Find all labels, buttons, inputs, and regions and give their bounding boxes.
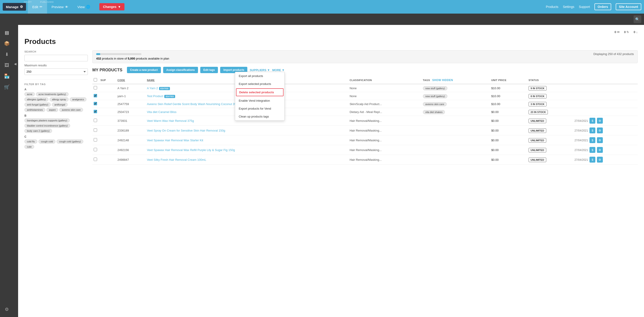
changes-label: Changes [103,5,116,9]
notif-sync: 0 ↻ [624,30,629,34]
product-name-link[interactable]: Aveeno Skin Relief Gentle Scent Body Was… [147,102,242,106]
col-tags: TAGS show hidden [422,76,490,84]
tag-chip[interactable]: cough cold (gallery) [56,139,83,144]
tag-pill: aveeno skin care [423,102,447,106]
sidebar-image-icon[interactable]: 🖼 [2,60,12,70]
product-name-link[interactable]: Veet Spawax Hair Removal Wax Refill Purp… [147,148,235,152]
product-code: 2547759 [116,100,146,108]
product-sup [99,108,116,116]
dropdown-item[interactable]: Delete selected products [236,88,284,96]
settings-action-button[interactable]: ⚙ [597,157,603,163]
tag-chip[interactable]: allergy spray [50,97,68,101]
row-checkbox[interactable] [94,158,97,161]
create-product-button[interactable]: Create a new product [127,67,161,73]
dropdown-item[interactable]: Enable Vend integration [235,97,284,105]
collapse-button[interactable]: ◀ [14,61,17,67]
price-action-button[interactable]: $ [590,137,595,143]
max-results-select[interactable]: 250 100 500 [24,68,88,75]
product-classification: None [348,92,422,100]
dropdown-item[interactable]: Clean up products tags [235,113,284,120]
sidebar-collapse[interactable]: ◀ [14,25,18,317]
sidebar-store-icon[interactable]: 🏪 [2,71,12,81]
row-checkbox[interactable] [94,148,97,151]
sidebar-layout-icon[interactable]: ▤ [2,28,12,38]
search-icon: 🔍 [635,17,640,22]
stock-badge: UNLIMITED [528,119,546,123]
products-link[interactable]: Products [546,5,558,9]
row-checkbox[interactable] [94,128,97,132]
tag-chip[interactable]: anti-fungal (gallery) [24,103,51,107]
settings-action-button[interactable]: ⚙ [597,118,603,124]
row-checkbox[interactable] [94,119,97,122]
product-name-link[interactable]: Veet Spawax Hair Removal Wax Starter Kit [147,139,203,142]
tag-chip[interactable]: antihistamines [24,108,45,112]
dropdown-item[interactable]: Export all products [235,72,284,80]
edit-tags-button[interactable]: Edit tags [200,67,218,73]
product-actions-cell: 27/04/2021 $ ⚙ [573,135,638,145]
product-name-link[interactable]: Veet Silky Fresh Hair Removal Cream 100m… [147,158,206,161]
product-sup [99,145,116,155]
assign-classifications-button[interactable]: Assign classifications [163,67,198,73]
tag-chip[interactable]: analgesics [70,97,86,101]
orders-button[interactable]: Orders [594,4,611,10]
row-checkbox[interactable] [94,94,97,97]
settings-action-button[interactable]: ⚙ [597,137,603,143]
sidebar-download-icon[interactable]: ⬇ [2,49,12,59]
sidebar-package-icon[interactable]: 📦 [2,39,12,49]
settings-action-button[interactable]: ⚙ [597,147,603,153]
show-hidden-link[interactable]: show hidden [432,79,453,82]
sidebar-cart-icon[interactable]: 🛒 [2,82,12,92]
tag-chip[interactable]: allergies (gallery) [24,97,48,101]
search-input[interactable] [24,55,88,61]
suppliers-button[interactable]: SUPPLIERS ▼ [250,68,270,72]
sidebar-settings-icon[interactable]: ⚙ [2,304,12,314]
tag-chip[interactable]: acne treatments (gallery) [36,92,68,96]
support-link[interactable]: Support [579,5,590,9]
product-name-link[interactable]: Test Product [147,94,163,98]
tag-chip[interactable]: cold flu [24,139,37,144]
table-row: yarn-1 Test ProductEDITED None new stuff… [92,92,638,100]
tag-chip[interactable]: aspen [46,108,58,112]
more-button-container: MORE ▼ Export all productsExport selecte… [272,68,285,72]
col-code[interactable]: CODE [116,76,146,84]
view-tab[interactable]: View 🌐 [73,0,95,14]
site-account-button[interactable]: Site Account [616,4,641,10]
price-action-button[interactable]: $ [590,157,595,163]
row-checkbox[interactable] [94,110,97,113]
tag-chip[interactable]: aveeno skin care [59,108,83,112]
search-icon-button[interactable]: 🔍 [634,16,641,23]
preview-tab[interactable]: Preview 👁 [47,0,73,14]
more-button[interactable]: MORE ▼ [272,68,285,72]
row-checkbox[interactable] [94,86,97,89]
settings-link[interactable]: Settings [563,5,574,9]
tag-chip[interactable]: cute [24,145,34,149]
price-action-button[interactable]: $ [590,147,595,153]
dropdown-item[interactable]: Export products for Vend [235,105,284,113]
product-name-link[interactable]: Veet Warm Wax Hair Removal 375g [147,119,194,123]
product-code: 2492148 [116,135,146,145]
settings-action-button[interactable]: ⚙ [597,128,603,133]
table-header: SUP CODE NAME CLASSIFICATION TAGS show h… [92,76,638,84]
manage-button[interactable]: Manage ⚙ [3,3,26,11]
tag-chip[interactable]: bladder control incontinence (gallery) [24,124,70,128]
tag-chip[interactable]: body care 2 (gallery) [24,129,52,133]
dropdown-item[interactable]: Export selected products [235,80,284,88]
tag-chip[interactable]: acne [24,92,35,96]
stock-badge: 9 IN STOCK [528,86,547,91]
tag-chip[interactable]: bandages plasters supports (gallery) [24,118,70,123]
product-tags-cell [422,116,490,126]
row-checkbox[interactable] [94,102,97,105]
price-action-button[interactable]: $ [590,128,595,133]
product-name-link[interactable]: A Yarn 2 [147,87,158,90]
table-row: 2336189 Veet Spray On Cream for Sensitiv… [92,126,638,135]
row-checkbox[interactable] [94,138,97,142]
tag-chip[interactable]: antifungal [52,103,68,107]
product-name-link[interactable]: Vita diet Caramel Bliss [147,110,176,114]
select-all-checkbox[interactable] [94,78,97,82]
changes-button[interactable]: Changes ▼ [99,3,124,11]
product-name-link[interactable]: Veet Spray On Cream for Sensitive Skin H… [147,129,225,132]
price-action-button[interactable]: $ [590,118,595,124]
notification-bar: 0 ✉ 0 ↻ 0 ↓ [24,30,638,34]
product-classification: Hair Removal/Masking... [348,135,422,145]
tag-chip[interactable]: cough cold [38,139,56,144]
